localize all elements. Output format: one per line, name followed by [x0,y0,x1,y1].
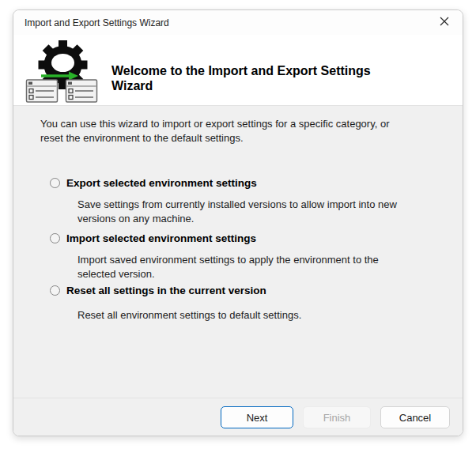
close-icon [440,17,449,28]
radio-option-export[interactable]: Export selected environment settings [50,177,257,189]
radio-option-reset[interactable]: Reset all settings in the current versio… [50,285,266,296]
radio-button-reset[interactable] [50,285,60,296]
titlebar[interactable]: Import and Export Settings Wizard [13,10,463,35]
radio-label-import[interactable]: Import selected environment settings [66,232,256,244]
wizard-header: Welcome to the Import and Export Setting… [13,35,463,105]
radio-description-reset: Reset all environment settings to defaul… [77,308,455,323]
radio-button-export[interactable] [50,178,60,188]
import-export-settings-wizard-dialog: Import and Export Settings Wizard [13,9,463,436]
radio-label-export[interactable]: Export selected environment settings [66,177,257,189]
radio-option-import[interactable]: Import selected environment settings [50,232,256,244]
close-button[interactable] [426,10,463,35]
intro-text: You can use this wizard to import or exp… [40,117,448,145]
gear-settings-transfer-icon [24,40,100,106]
cancel-button[interactable]: Cancel [380,406,450,428]
button-bar: Next Finish Cancel [13,398,463,436]
page-title: Welcome to the Import and Export Setting… [111,63,428,93]
radio-description-export: Save settings from currently installed v… [77,198,455,225]
wizard-body: You can use this wizard to import or exp… [13,105,463,398]
radio-button-import[interactable] [50,233,60,243]
radio-label-reset[interactable]: Reset all settings in the current versio… [66,285,266,296]
finish-button[interactable]: Finish [303,406,371,428]
window-title: Import and Export Settings Wizard [13,17,169,28]
next-button[interactable]: Next [221,406,293,428]
radio-description-import: Import saved environment settings to app… [77,253,455,281]
